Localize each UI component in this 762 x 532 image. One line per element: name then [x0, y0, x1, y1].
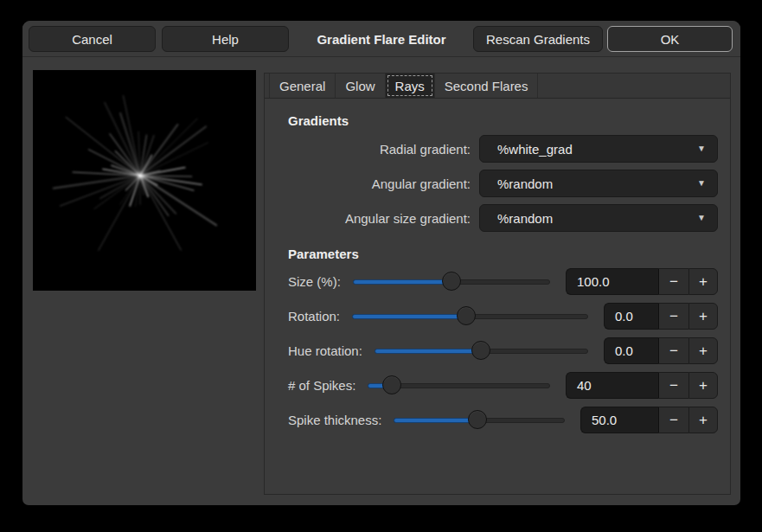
rescan-gradients-button[interactable]: Rescan Gradients — [473, 26, 603, 52]
increment-button[interactable]: + — [688, 407, 718, 433]
gradients-rows: Radial gradient: %white_grad ▼ Angular g… — [288, 135, 718, 232]
slider-handle[interactable] — [468, 410, 487, 429]
ok-button[interactable]: OK — [607, 26, 733, 52]
dialog-titlebar: Gradient Flare Editor Cancel Help Rescan… — [22, 21, 740, 57]
parameters-section-heading: Parameters — [288, 247, 718, 261]
parameter-slider[interactable] — [353, 268, 550, 295]
parameter-label: Size (%): — [288, 274, 341, 289]
gradient-row: Angular size gradient: %random ▼ — [288, 204, 718, 232]
decrement-button[interactable]: − — [659, 337, 688, 364]
increment-button[interactable]: + — [688, 268, 718, 295]
tab-glow[interactable]: Glow — [336, 74, 385, 98]
gradient-combobox-value: %random — [497, 211, 553, 226]
chevron-down-icon: ▼ — [697, 144, 706, 153]
slider-fill — [353, 279, 451, 285]
screen-background: Gradient Flare Editor Cancel Help Rescan… — [0, 0, 762, 532]
parameters-rows: Size (%): 100.0 − + Rotation: 0.0 − + Hu… — [288, 268, 718, 433]
cancel-button[interactable]: Cancel — [29, 26, 156, 52]
decrement-button[interactable]: − — [659, 303, 688, 330]
increment-button[interactable]: + — [688, 372, 718, 399]
gradient-label: Angular size gradient: — [288, 211, 479, 226]
parameter-label: Spike thickness: — [288, 413, 381, 427]
parameter-spinbutton: 100.0 − + — [566, 268, 718, 295]
parameter-value-entry[interactable]: 0.0 — [604, 337, 659, 364]
parameter-spinbutton: 0.0 − + — [604, 337, 718, 364]
parameter-row: Hue rotation: 0.0 − + — [288, 337, 718, 364]
decrement-button[interactable]: − — [659, 407, 688, 433]
parameter-value-entry[interactable]: 100.0 — [566, 268, 659, 295]
gradient-combobox[interactable]: %random ▼ — [479, 170, 718, 197]
gradient-label: Radial gradient: — [288, 142, 479, 157]
parameter-slider[interactable] — [394, 407, 565, 433]
tab-second-flares[interactable]: Second Flares — [435, 74, 539, 98]
parameter-value-entry[interactable]: 40 — [566, 372, 659, 399]
help-button[interactable]: Help — [162, 26, 289, 52]
flare-preview — [33, 70, 256, 291]
tab-strip: GeneralGlowRaysSecond Flares — [265, 74, 730, 99]
increment-button[interactable]: + — [688, 337, 718, 364]
slider-fill — [352, 314, 466, 319]
gradient-label: Angular gradient: — [288, 176, 479, 191]
gradient-combobox-value: %random — [497, 176, 553, 191]
parameter-value-entry[interactable]: 50.0 — [580, 407, 659, 433]
parameter-row: Size (%): 100.0 − + — [288, 268, 718, 295]
settings-notebook: GeneralGlowRaysSecond Flares Gradients R… — [264, 73, 731, 495]
gradient-combobox[interactable]: %white_grad ▼ — [479, 135, 718, 163]
decrement-button[interactable]: − — [659, 268, 688, 295]
chevron-down-icon: ▼ — [697, 214, 706, 222]
parameter-row: Rotation: 0.0 − + — [288, 303, 718, 330]
gradients-section-heading: Gradients — [288, 113, 718, 128]
increment-button[interactable]: + — [688, 303, 718, 330]
parameter-label: # of Spikes: — [288, 378, 355, 393]
flare-rays-image — [33, 70, 256, 291]
tab-rays[interactable]: Rays — [386, 74, 435, 98]
slider-handle[interactable] — [471, 341, 490, 360]
parameter-slider[interactable] — [368, 372, 550, 399]
rays-tab-page: Gradients Radial gradient: %white_grad ▼… — [265, 99, 730, 433]
parameter-label: Rotation: — [288, 309, 340, 324]
gradient-flare-editor-window: Gradient Flare Editor Cancel Help Rescan… — [22, 21, 740, 505]
parameter-spinbutton: 40 − + — [566, 372, 718, 399]
tab-general[interactable]: General — [269, 74, 336, 98]
dialog-content: GeneralGlowRaysSecond Flares Gradients R… — [22, 57, 740, 505]
parameter-label: Hue rotation: — [288, 343, 362, 358]
gradient-row: Angular gradient: %random ▼ — [288, 170, 718, 197]
decrement-button[interactable]: − — [659, 372, 688, 399]
parameter-spinbutton: 50.0 − + — [580, 407, 718, 433]
gradient-combobox[interactable]: %random ▼ — [479, 204, 718, 232]
slider-handle[interactable] — [457, 306, 476, 325]
slider-handle[interactable] — [442, 272, 461, 291]
gradient-combobox-value: %white_grad — [497, 142, 573, 157]
parameter-spinbutton: 0.0 − + — [604, 303, 718, 330]
parameter-value-entry[interactable]: 0.0 — [604, 303, 659, 330]
parameter-slider[interactable] — [352, 303, 588, 330]
parameter-slider[interactable] — [375, 337, 588, 364]
slider-fill — [394, 418, 477, 423]
slider-handle[interactable] — [382, 375, 401, 394]
parameter-row: Spike thickness: 50.0 − + — [288, 407, 718, 433]
slider-fill — [375, 349, 482, 354]
chevron-down-icon: ▼ — [697, 179, 706, 188]
parameter-row: # of Spikes: 40 − + — [288, 372, 718, 399]
gradient-row: Radial gradient: %white_grad ▼ — [288, 135, 718, 163]
